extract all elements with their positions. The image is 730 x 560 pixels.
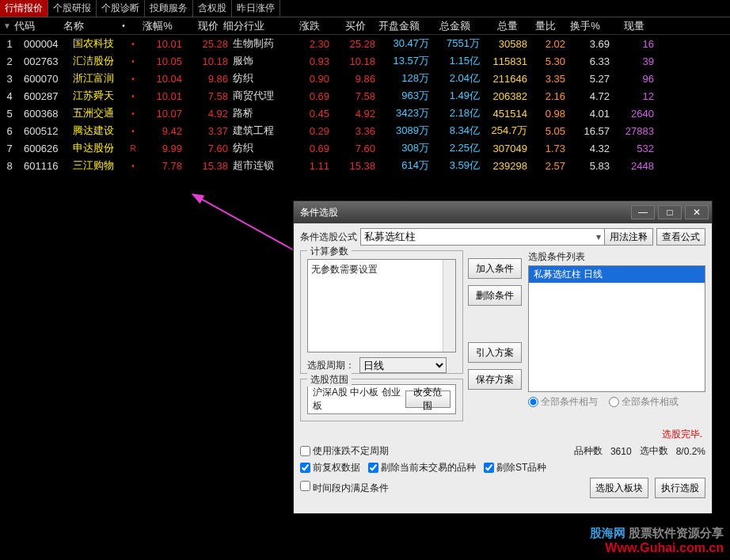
cell-flag-icon: • — [130, 92, 141, 101]
cell-idx: 8 — [0, 160, 24, 172]
table-row[interactable]: 2002763汇洁股份•10.0510.18服饰0.9310.1813.57万1… — [0, 52, 730, 70]
view-formula-button[interactable]: 查看公式 — [656, 228, 705, 246]
table-row[interactable]: 7600626申达股份R9.997.60纺织0.697.60308万2.25亿3… — [0, 139, 730, 157]
cell-vol: 206382 — [485, 90, 532, 102]
params-empty-text: 无参数需要设置 — [311, 264, 378, 275]
cell-flag-icon: • — [130, 109, 141, 118]
col-vol[interactable]: 总量 — [475, 19, 523, 33]
col-dot: • — [120, 21, 131, 30]
radio-and[interactable]: 全部条件相与 — [528, 395, 598, 409]
condition-item[interactable]: 私募选红柱 日线 — [529, 266, 705, 283]
cell-open: 614万 — [380, 158, 434, 173]
cell-holds: 27883 — [614, 125, 659, 137]
cell-tot: 1.49亿 — [434, 89, 485, 103]
col-bid[interactable]: 买价 — [325, 19, 371, 33]
formula-label: 条件选股公式 — [300, 230, 357, 244]
run-select-button[interactable]: 执行选股 — [655, 478, 705, 498]
cell-bid: 7.58 — [334, 90, 380, 102]
cell-turn: 5.27 — [570, 73, 614, 85]
add-condition-button[interactable]: 加入条件 — [468, 258, 522, 279]
cell-holds: 532 — [614, 143, 659, 154]
minimize-button[interactable]: — — [631, 205, 655, 219]
chk-qfq[interactable]: 前复权数据 — [300, 461, 360, 474]
table-header: ▼ 代码 名称 • 涨幅% 现价 细分行业 涨跌 买价 开盘金额 总金额 总量 … — [0, 17, 730, 35]
cell-industry: 商贸代理 — [233, 89, 288, 103]
col-turn[interactable]: 换手% — [561, 19, 605, 33]
table-row[interactable]: 1000004国农科技•10.0125.28生物制药2.3025.2830.47… — [0, 35, 730, 52]
del-condition-button[interactable]: 删除条件 — [468, 285, 522, 306]
table-row[interactable]: 4600287江苏舜天•10.017.58商贸代理0.697.58963万1.4… — [0, 87, 730, 105]
table-row[interactable]: 8601116三江购物•7.7815.38超市连锁1.1115.38614万3.… — [0, 157, 730, 174]
cell-chg: 0.69 — [288, 143, 334, 154]
cond-list-label: 选股条件列表 — [528, 250, 705, 264]
radio-or[interactable]: 全部条件相或 — [609, 395, 679, 409]
col-rat[interactable]: 量比 — [523, 19, 561, 33]
chk-period[interactable]: 使用涨跌不定周期 — [300, 444, 389, 458]
cell-idx: 1 — [0, 38, 24, 50]
menu-tab-1[interactable]: 个股研报 — [48, 0, 97, 17]
col-price[interactable]: 现价 — [177, 19, 223, 33]
col-chg[interactable]: 涨跌 — [279, 19, 325, 33]
cell-code: 600287 — [24, 90, 73, 102]
menu-tab-3[interactable]: 投顾服务 — [145, 0, 193, 17]
params-fieldset: 计算参数 无参数需要设置 选股周期： 日线 — [300, 250, 463, 374]
col-ind[interactable]: 细分行业 — [223, 19, 279, 33]
condition-list[interactable]: 私募选红柱 日线 — [528, 265, 705, 392]
cell-chgp: 10.01 — [141, 38, 187, 50]
col-chgp[interactable]: 涨幅% — [131, 19, 177, 33]
col-holds[interactable]: 现量 — [605, 19, 649, 33]
cell-name: 江苏舜天 — [73, 89, 130, 103]
chk-notrade[interactable]: 剔除当前未交易的品种 — [368, 461, 476, 474]
cell-bid: 7.60 — [334, 143, 380, 154]
change-range-button[interactable]: 改变范围 — [405, 390, 451, 408]
stat-selected-label: 选中数 — [640, 444, 668, 458]
table-row[interactable]: 3600070浙江富润•10.049.86纺织0.909.86128万2.04亿… — [0, 70, 730, 87]
cell-flag-icon: • — [130, 162, 141, 170]
done-text: 选股完毕. — [300, 428, 702, 441]
cell-chg: 0.45 — [288, 108, 334, 120]
cell-turn: 16.57 — [570, 125, 614, 137]
dialog-titlebar[interactable]: 条件选股 — □ ✕ — [294, 201, 712, 223]
params-legend: 计算参数 — [307, 245, 352, 258]
cell-industry: 路桥 — [233, 106, 288, 120]
close-button[interactable]: ✕ — [685, 205, 709, 219]
table-row[interactable]: 5600368五洲交通•10.074.92路桥0.454.923423万2.18… — [0, 105, 730, 122]
load-plan-button[interactable]: 引入方案 — [468, 342, 522, 363]
add-to-block-button[interactable]: 选股入板块 — [590, 478, 648, 498]
formula-select[interactable] — [360, 228, 609, 246]
menu-tab-0[interactable]: 行情报价 — [0, 0, 48, 17]
table-row[interactable]: 6600512腾达建设•9.423.37建筑工程0.293.363089万8.3… — [0, 122, 730, 139]
col-open[interactable]: 开盘金额 — [371, 19, 424, 33]
menu-tab-4[interactable]: 含权股 — [193, 0, 232, 17]
cell-chgp: 9.42 — [141, 125, 187, 137]
cell-open: 128万 — [380, 71, 434, 86]
dropdown-icon[interactable]: ▾ — [596, 231, 601, 242]
sort-arrow-icon[interactable]: ▼ — [0, 21, 14, 30]
cell-ratega: 1.73 — [532, 143, 570, 154]
watermark: 股海网 股票软件资源分享 Www.Guhai.com.cn — [590, 526, 724, 555]
dialog-title: 条件选股 — [300, 206, 338, 219]
cell-code: 600368 — [24, 108, 73, 120]
cell-open: 13.57万 — [380, 54, 434, 68]
save-plan-button[interactable]: 保存方案 — [468, 369, 522, 390]
cell-bid: 25.28 — [334, 38, 380, 50]
maximize-button[interactable]: □ — [658, 205, 682, 219]
stat-varieties-value: 3610 — [610, 446, 632, 457]
col-tot[interactable]: 总金额 — [424, 19, 475, 33]
cell-ratega: 5.05 — [532, 125, 570, 137]
cell-code: 600626 — [24, 143, 73, 154]
chk-time[interactable]: 时间段内满足条件 — [300, 481, 389, 495]
menu-tab-5[interactable]: 昨日涨停 — [232, 0, 280, 17]
col-name[interactable]: 名称 — [63, 19, 120, 33]
cell-tot: 8.34亿 — [434, 124, 485, 138]
chk-st[interactable]: 剔除ST品种 — [484, 461, 546, 474]
range-text: 沪深A股 中小板 创业板 — [313, 386, 401, 413]
menu-tab-2[interactable]: 个股诊断 — [97, 0, 145, 17]
period-select[interactable]: 日线 — [359, 357, 447, 373]
cell-tot: 2.25亿 — [434, 141, 485, 155]
col-code[interactable]: 代码 — [14, 19, 63, 33]
cell-ratega: 3.35 — [532, 73, 570, 85]
cell-chgp: 9.99 — [141, 143, 187, 154]
params-scrollbar[interactable] — [443, 260, 455, 352]
usage-button[interactable]: 用法注释 — [604, 228, 653, 246]
